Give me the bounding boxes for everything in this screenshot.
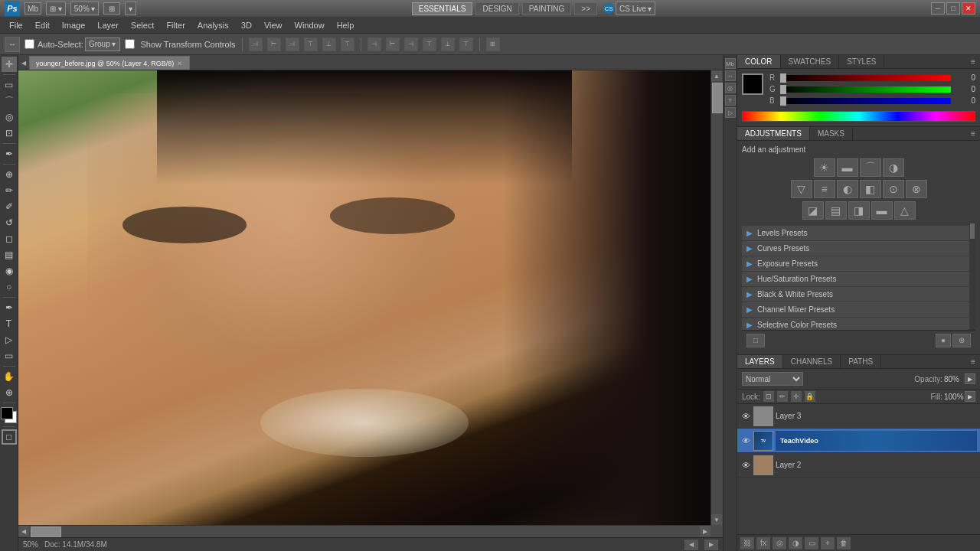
adj-clip-btn[interactable]: □ <box>746 334 765 347</box>
preset-bw[interactable]: ▶ Black & White Presets <box>742 287 975 302</box>
layer-item-3[interactable]: 👁 Layer 3 <box>737 404 980 429</box>
auto-select-checkbox[interactable] <box>24 39 34 49</box>
tab-channels[interactable]: CHANNELS <box>783 355 841 368</box>
preset-selective-color[interactable]: ▶ Selective Color Presets <box>742 318 975 330</box>
workspace-design[interactable]: DESIGN <box>475 2 518 15</box>
crop-tool[interactable]: ⊡ <box>2 126 17 141</box>
menu-window[interactable]: Window <box>289 19 331 31</box>
preset-levels[interactable]: ▶ Levels Presets <box>742 226 975 241</box>
hsl-adj[interactable]: ≡ <box>814 180 835 198</box>
scrollbar-horizontal[interactable]: ◀ ▶ <box>18 525 710 537</box>
layer-mask-btn[interactable]: ◎ <box>773 537 786 549</box>
scroll-left-btn[interactable]: ◀ <box>18 526 29 536</box>
canvas-tab-close[interactable]: ✕ <box>177 60 183 67</box>
sidebar-icon-2[interactable]: ↔ <box>725 70 736 81</box>
scroll-down-btn[interactable]: ▼ <box>711 514 722 525</box>
status-nav-left[interactable]: ◀ <box>684 540 698 550</box>
workspace-painting[interactable]: PAINTING <box>522 2 571 15</box>
adj-panel-menu[interactable]: ≡ <box>966 129 980 138</box>
tab-paths[interactable]: PATHS <box>841 355 881 368</box>
scrollbar-vertical[interactable]: ▲ ▼ <box>710 70 723 525</box>
invert-adj[interactable]: ◪ <box>802 201 824 220</box>
gradient-map-adj[interactable]: ▬ <box>871 201 893 220</box>
quick-select-tool[interactable]: ◎ <box>2 109 17 125</box>
layer-link-btn[interactable]: ⛓ <box>740 537 754 549</box>
lock-move[interactable]: ✛ <box>791 391 802 402</box>
tab-scroll-left[interactable]: ◀ <box>18 56 29 70</box>
mask-mode-btn[interactable]: □ <box>2 429 17 445</box>
canvas-wrapper[interactable]: ▲ ▼ ◀ ▶ <box>18 70 723 537</box>
minimize-btn[interactable]: ─ <box>931 2 945 15</box>
align-center-btn[interactable]: ⊢ <box>267 37 281 51</box>
color-swatch[interactable] <box>742 73 763 95</box>
layer-group-btn[interactable]: ▭ <box>805 537 818 549</box>
fg-color[interactable] <box>1 407 13 419</box>
align-left-btn[interactable]: ⊣ <box>249 37 263 51</box>
distribute-bottom-btn[interactable]: ⊤ <box>459 37 473 51</box>
marquee-tool[interactable]: ▭ <box>2 77 17 93</box>
move-tool[interactable]: ✛ <box>2 57 17 72</box>
layer-delete-btn[interactable]: 🗑 <box>837 537 851 549</box>
type-tool[interactable]: T <box>2 316 17 331</box>
threshold-adj[interactable]: ◨ <box>848 201 870 220</box>
layer-style-btn[interactable]: fx <box>756 537 770 549</box>
align-bottom-btn[interactable]: ⊤ <box>341 37 354 51</box>
red-slider[interactable] <box>780 75 951 81</box>
menu-edit[interactable]: Edit <box>29 19 56 31</box>
opacity-expand[interactable]: ▶ <box>965 373 975 384</box>
color-panel-menu[interactable]: ≡ <box>966 55 980 68</box>
posterize-adj[interactable]: ▤ <box>825 201 847 220</box>
levels-adj[interactable]: ▬ <box>837 158 858 177</box>
layer-vis-2[interactable]: 👁 <box>740 460 751 471</box>
zoom-tool[interactable]: ⊕ <box>2 385 17 400</box>
fill-expand[interactable]: ▶ <box>965 391 975 402</box>
lock-transparent[interactable]: ⊡ <box>763 391 774 402</box>
arrange-btn[interactable]: ⊞ <box>103 2 120 15</box>
transform-checkbox[interactable] <box>125 39 135 49</box>
distribute-left-btn[interactable]: ⊣ <box>368 37 381 51</box>
clone-tool[interactable]: ✐ <box>2 199 17 214</box>
tab-adjustments[interactable]: ADJUSTMENTS <box>737 127 810 140</box>
eraser-tool[interactable]: ◻ <box>2 231 17 246</box>
sidebar-icon-1[interactable]: Mb <box>725 58 736 69</box>
menu-select[interactable]: Select <box>125 19 161 31</box>
tab-swatches[interactable]: SWATCHES <box>781 55 840 68</box>
path-select-tool[interactable]: ▷ <box>2 332 17 347</box>
menu-file[interactable]: File <box>3 19 29 31</box>
menu-view[interactable]: View <box>258 19 289 31</box>
exposure-adj[interactable]: ◑ <box>883 158 904 177</box>
photo-filter-adj[interactable]: ⊙ <box>883 180 904 198</box>
layer-item-2[interactable]: 👁 Layer 2 <box>737 453 980 478</box>
tab-color[interactable]: COLOR <box>737 55 781 68</box>
tab-styles[interactable]: STYLES <box>839 55 884 68</box>
color-swatches[interactable] <box>1 407 18 424</box>
scroll-thumb-h[interactable] <box>31 527 61 537</box>
dodge-tool[interactable]: ○ <box>2 279 17 295</box>
curves-adj[interactable]: ⌒ <box>860 158 881 177</box>
preset-hsl[interactable]: ▶ Hue/Saturation Presets <box>742 272 975 287</box>
more-arrange[interactable]: ▾ <box>125 2 136 15</box>
menu-analysis[interactable]: Analysis <box>191 19 235 31</box>
sidebar-icon-5[interactable]: ▷ <box>725 107 736 118</box>
layer-new-btn[interactable]: + <box>821 537 835 549</box>
blue-slider[interactable] <box>780 98 951 104</box>
colorbalance-adj[interactable]: ◐ <box>837 180 858 198</box>
layers-panel-menu[interactable]: ≡ <box>966 357 980 366</box>
channel-mixer-adj[interactable]: ⊗ <box>906 180 927 198</box>
align-middle-btn[interactable]: ⊥ <box>322 37 336 51</box>
mb-btn[interactable]: Mb <box>24 2 41 15</box>
scroll-up-btn[interactable]: ▲ <box>711 70 722 81</box>
auto-align-btn[interactable]: ⊞ <box>486 37 500 51</box>
workspace-more[interactable]: >> <box>574 2 597 15</box>
distribute-center-btn[interactable]: ⊢ <box>386 37 400 51</box>
menu-3d[interactable]: 3D <box>235 19 258 31</box>
color-spectrum[interactable] <box>742 111 975 122</box>
distribute-top-btn[interactable]: ⊤ <box>423 37 436 51</box>
menu-filter[interactable]: Filter <box>160 19 191 31</box>
canvas-tab-active[interactable]: younger_before.jpg @ 50% (Layer 4, RGB/8… <box>29 56 190 70</box>
lock-all[interactable]: 🔒 <box>805 391 815 402</box>
layer-adj-btn[interactable]: ◑ <box>789 537 802 549</box>
auto-select-dropdown[interactable]: Group ▾ <box>85 37 120 51</box>
align-top-btn[interactable]: ⊤ <box>304 37 318 51</box>
pen-tool[interactable]: ✒ <box>2 300 17 315</box>
